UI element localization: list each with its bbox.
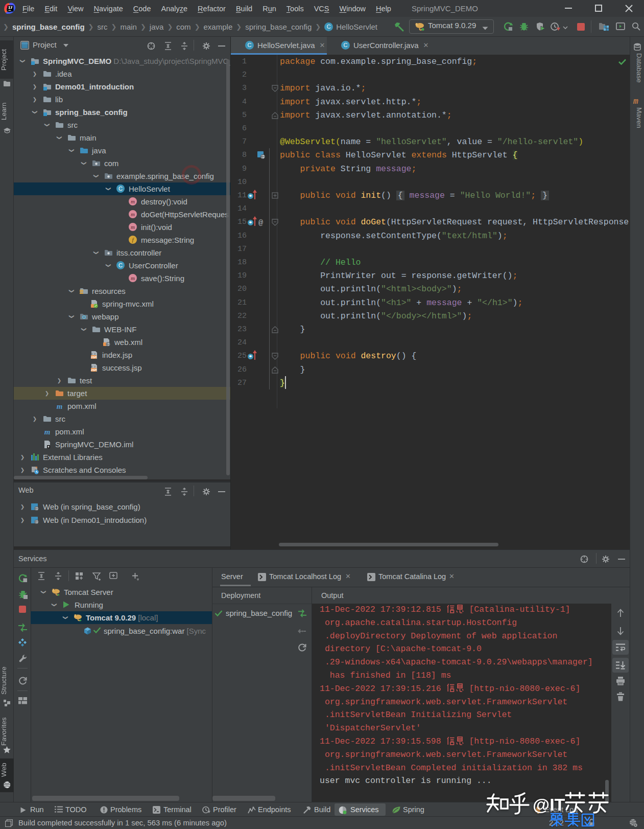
svg-text:@IT: @IT [533, 795, 565, 814]
